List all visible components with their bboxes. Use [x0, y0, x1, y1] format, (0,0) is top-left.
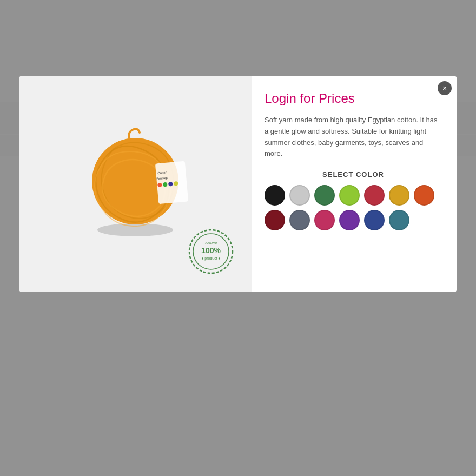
color-swatch-light-gray[interactable] — [289, 185, 310, 206]
color-swatch-purple[interactable] — [339, 210, 360, 230]
modal-description: Soft yarn made from high quality Egyptia… — [265, 115, 442, 160]
svg-text:natural: natural — [205, 241, 217, 245]
svg-text:♦ product ♦: ♦ product ♦ — [202, 256, 221, 261]
modal-close-button[interactable]: × — [438, 81, 452, 95]
color-swatch-black[interactable] — [265, 185, 285, 206]
color-swatch-slate-gray[interactable] — [289, 210, 310, 230]
modal-overlay: × Cotton Farmage — [0, 0, 476, 476]
svg-point-0 — [97, 223, 173, 236]
color-swatch-dark-red[interactable] — [364, 185, 385, 206]
color-swatch-golden-yellow[interactable] — [389, 185, 409, 206]
color-swatch-teal[interactable] — [389, 210, 409, 230]
natural-product-stamp: natural 100% ♦ product ♦ — [187, 227, 235, 276]
product-modal: × Cotton Farmage — [19, 76, 457, 292]
select-color-label: SELECT COLOR — [265, 170, 442, 178]
modal-content-side: Login for Prices Soft yarn made from hig… — [252, 76, 457, 292]
modal-image-side: Cotton Farmage natural 100% ♦ product ♦ — [19, 76, 252, 292]
color-swatch-dark-green[interactable] — [314, 185, 335, 206]
color-swatch-grid — [265, 185, 442, 230]
color-swatch-hot-pink[interactable] — [314, 210, 335, 230]
color-swatch-orange-red[interactable] — [414, 185, 434, 206]
color-swatch-navy-blue[interactable] — [364, 210, 385, 230]
color-swatch-deep-red[interactable] — [265, 210, 285, 230]
modal-title: Login for Prices — [265, 91, 442, 106]
color-swatch-lime-green[interactable] — [339, 185, 360, 206]
yarn-ball-image: Cotton Farmage — [76, 124, 195, 243]
svg-text:100%: 100% — [201, 246, 221, 255]
